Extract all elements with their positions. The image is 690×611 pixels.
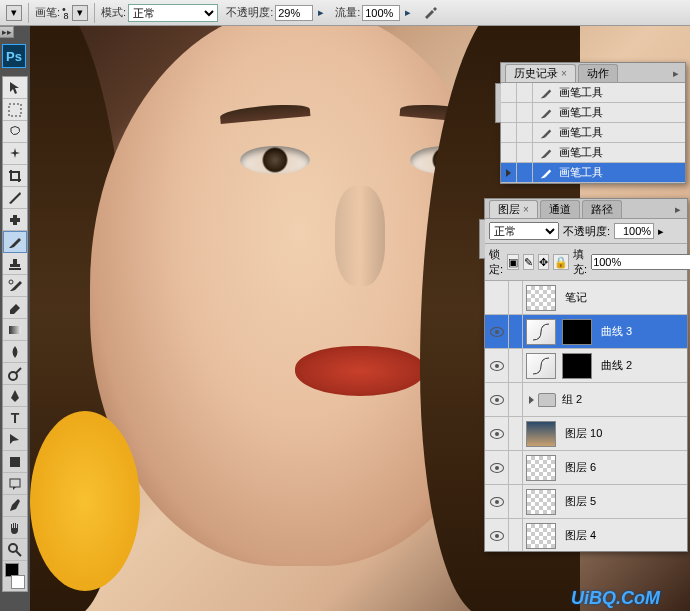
marquee-tool[interactable] xyxy=(3,99,27,121)
expand-icon[interactable] xyxy=(529,396,534,404)
visibility-toggle[interactable] xyxy=(485,417,509,451)
visibility-toggle[interactable] xyxy=(485,485,509,519)
color-swatches[interactable] xyxy=(3,561,27,591)
opacity-label: 不透明度: xyxy=(226,5,273,20)
tab-paths[interactable]: 路径 xyxy=(582,200,622,218)
layer-row[interactable]: 图层 5 xyxy=(485,485,687,519)
lasso-tool[interactable] xyxy=(3,121,27,143)
visibility-toggle[interactable] xyxy=(485,519,509,552)
history-item[interactable]: 画笔工具 xyxy=(501,103,685,123)
zoom-tool[interactable] xyxy=(3,539,27,561)
svg-point-3 xyxy=(9,280,13,284)
gradient-tool[interactable] xyxy=(3,319,27,341)
blur-tool[interactable] xyxy=(3,341,27,363)
svg-line-10 xyxy=(16,551,21,556)
history-item[interactable]: 画笔工具 xyxy=(501,83,685,103)
lock-all-icon[interactable]: 🔒 xyxy=(553,254,569,270)
layer-row[interactable]: 组 2 xyxy=(485,383,687,417)
lock-paint-icon[interactable]: ✎ xyxy=(523,254,534,270)
eraser-tool[interactable] xyxy=(3,297,27,319)
tools-panel: T xyxy=(2,76,28,592)
history-list: 画笔工具 画笔工具 画笔工具 画笔工具 画笔工具 xyxy=(501,83,685,183)
eye-icon xyxy=(490,531,504,541)
eye-icon xyxy=(490,395,504,405)
brush-label: 画笔: xyxy=(35,5,60,20)
history-brush-tool[interactable] xyxy=(3,275,27,297)
layer-row[interactable]: 图层 4 xyxy=(485,519,687,551)
panel-menu-icon[interactable]: ▸ xyxy=(671,202,685,216)
watermark-text: UiBQ.CoM xyxy=(571,588,660,609)
opacity-flyout-icon[interactable]: ▸ xyxy=(658,225,664,238)
notes-tool[interactable] xyxy=(3,473,27,495)
close-icon[interactable]: × xyxy=(561,68,567,79)
layer-row[interactable]: 图层 10 xyxy=(485,417,687,451)
layer-row[interactable]: 笔记 xyxy=(485,281,687,315)
fill-input[interactable] xyxy=(591,254,690,270)
layer-row[interactable]: 曲线 3 xyxy=(485,315,687,349)
layer-row[interactable]: 曲线 2 xyxy=(485,349,687,383)
mask-thumb-icon xyxy=(562,353,592,379)
pen-tool[interactable] xyxy=(3,385,27,407)
panel-grip-icon[interactable] xyxy=(495,83,501,123)
brush-tool[interactable] xyxy=(3,231,27,253)
lock-transparency-icon[interactable]: ▣ xyxy=(507,254,519,270)
panel-collapse-icon[interactable]: ▸▸ xyxy=(0,26,14,38)
visibility-toggle[interactable] xyxy=(485,281,509,315)
eyedropper-tool[interactable] xyxy=(3,495,27,517)
layer-thumb-icon xyxy=(526,421,556,447)
panel-grip-icon[interactable] xyxy=(479,219,485,259)
airbrush-icon[interactable] xyxy=(422,4,438,22)
close-icon[interactable]: × xyxy=(523,204,529,215)
flow-input[interactable] xyxy=(362,5,400,21)
layer-row[interactable]: 图层 6 xyxy=(485,451,687,485)
hand-tool[interactable] xyxy=(3,517,27,539)
svg-point-5 xyxy=(9,372,17,380)
dodge-tool[interactable] xyxy=(3,363,27,385)
tab-channels[interactable]: 通道 xyxy=(540,200,580,218)
tab-layers[interactable]: 图层× xyxy=(489,200,538,218)
curves-thumb-icon xyxy=(526,353,556,379)
type-tool[interactable]: T xyxy=(3,407,27,429)
brush-icon xyxy=(537,104,555,122)
visibility-toggle[interactable] xyxy=(485,349,509,383)
eye-icon xyxy=(490,361,504,371)
folder-icon xyxy=(538,393,556,407)
opacity-flyout-icon[interactable]: ▸ xyxy=(315,6,327,20)
layer-opacity-input[interactable] xyxy=(614,223,654,239)
visibility-toggle[interactable] xyxy=(485,315,509,349)
history-panel: 历史记录× 动作 ▸ 画笔工具 画笔工具 画笔工具 画笔工具 画笔工具 xyxy=(500,62,686,184)
opacity-input[interactable] xyxy=(275,5,313,21)
layer-thumb-icon xyxy=(526,523,556,549)
blend-mode-select[interactable]: 正常 xyxy=(128,4,218,22)
wand-tool[interactable] xyxy=(3,143,27,165)
shape-tool[interactable] xyxy=(3,451,27,473)
lock-position-icon[interactable]: ✥ xyxy=(538,254,549,270)
layer-thumb-icon xyxy=(526,489,556,515)
history-item[interactable]: 画笔工具 xyxy=(501,163,685,183)
history-item[interactable]: 画笔工具 xyxy=(501,123,685,143)
brush-picker-dropdown[interactable]: ▾ xyxy=(72,5,88,21)
lock-label: 锁定: xyxy=(489,247,503,277)
move-tool[interactable] xyxy=(3,77,27,99)
visibility-toggle[interactable] xyxy=(485,383,509,417)
tool-preset-dropdown[interactable]: ▾ xyxy=(6,5,22,21)
tab-actions[interactable]: 动作 xyxy=(578,64,618,82)
brush-icon xyxy=(537,144,555,162)
slice-tool[interactable] xyxy=(3,187,27,209)
mode-label: 模式: xyxy=(101,5,126,20)
svg-rect-7 xyxy=(10,457,20,467)
heal-tool[interactable] xyxy=(3,209,27,231)
tab-history[interactable]: 历史记录× xyxy=(505,64,576,82)
panel-menu-icon[interactable]: ▸ xyxy=(669,66,683,80)
history-item[interactable]: 画笔工具 xyxy=(501,143,685,163)
mask-thumb-icon xyxy=(562,319,592,345)
svg-rect-0 xyxy=(9,104,21,116)
layer-blend-select[interactable]: 正常 xyxy=(489,222,559,240)
options-bar: ▾ 画笔: • 8 ▾ 模式: 正常 不透明度: ▸ 流量: ▸ xyxy=(0,0,690,26)
crop-tool[interactable] xyxy=(3,165,27,187)
stamp-tool[interactable] xyxy=(3,253,27,275)
flow-flyout-icon[interactable]: ▸ xyxy=(402,6,414,20)
path-select-tool[interactable] xyxy=(3,429,27,451)
eye-icon xyxy=(490,463,504,473)
visibility-toggle[interactable] xyxy=(485,451,509,485)
